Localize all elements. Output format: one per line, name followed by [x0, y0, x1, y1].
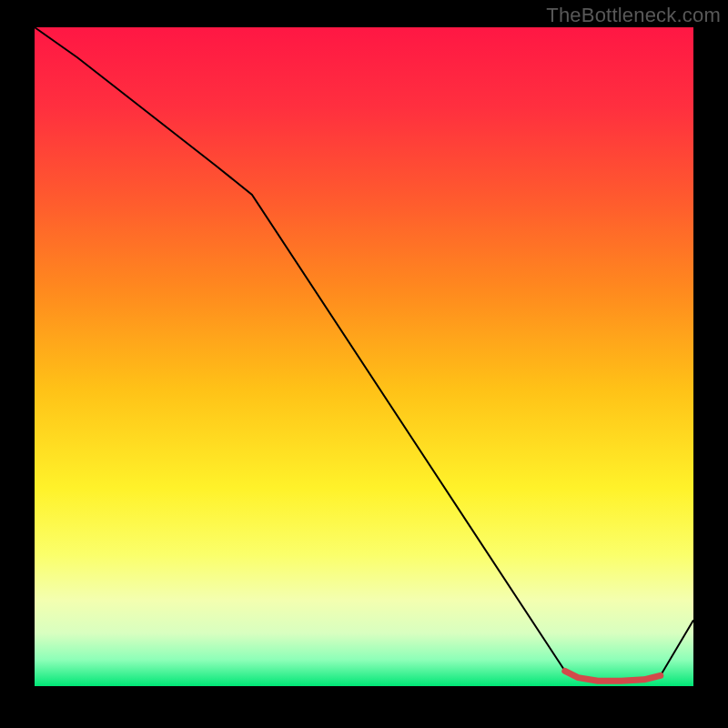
border-bottom [0, 686, 728, 728]
chart-frame: TheBottleneck.com [0, 0, 728, 728]
plot-background [35, 27, 693, 686]
border-right [693, 0, 728, 728]
border-left [0, 0, 35, 728]
watermark-label: TheBottleneck.com [546, 4, 721, 27]
bottleneck-chart [0, 0, 728, 728]
